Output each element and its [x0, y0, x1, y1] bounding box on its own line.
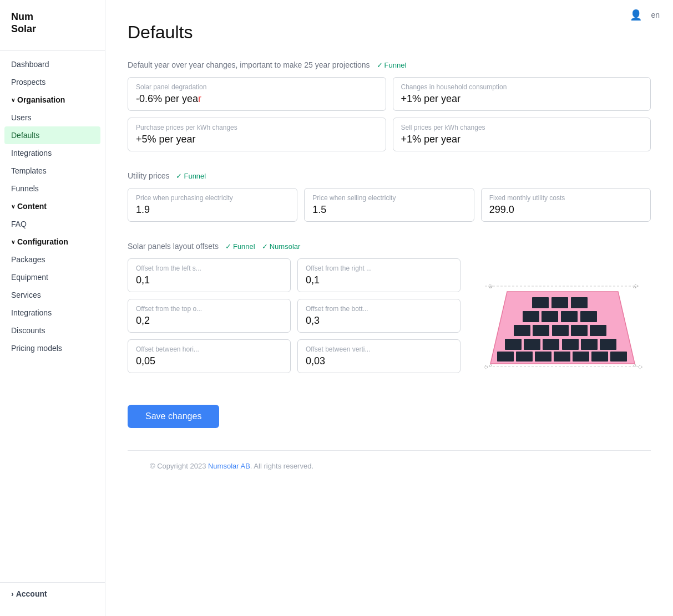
sidebar-section-organisation[interactable]: ∨ Organisation	[0, 91, 105, 109]
sidebar-item-label: Discounts	[11, 326, 45, 335]
language-selector[interactable]: en	[651, 11, 660, 19]
sidebar-section-content[interactable]: ∨ Content	[0, 197, 105, 215]
section-year-changes-label: Default year over year changes, importan…	[128, 60, 370, 69]
field-value: +1% per year	[401, 93, 643, 105]
field-sell-prices[interactable]: Sell prices per kWh changes +1% per year	[393, 118, 651, 151]
field-purchase-electricity[interactable]: Price when purchasing electricity 1.9	[128, 188, 297, 222]
field-household-consumption[interactable]: Changes in household consumption +1% per…	[393, 77, 651, 111]
field-offset-right[interactable]: Offset from the right ... 0,1	[297, 258, 461, 292]
sidebar-item-faq[interactable]: FAQ	[0, 215, 105, 233]
section-year-changes: Default year over year changes, importan…	[128, 60, 651, 151]
field-value: +1% per year	[401, 134, 643, 145]
field-value: 0,3	[306, 315, 452, 327]
footer-brand: Numsolar AB	[208, 462, 250, 470]
svg-rect-15	[533, 325, 549, 336]
field-value: 0,05	[136, 355, 282, 367]
save-button[interactable]: Save changes	[128, 405, 219, 428]
sidebar-section-configuration[interactable]: ∨ Configuration	[0, 233, 105, 251]
user-icon[interactable]: 👤	[630, 9, 642, 21]
chevron-down-icon: ∨	[11, 239, 15, 245]
svg-rect-18	[590, 325, 606, 336]
field-value: 299.0	[489, 204, 642, 216]
sidebar-item-integrations-org[interactable]: Integrations	[0, 144, 105, 162]
sidebar-item-defaults[interactable]: Defaults	[4, 126, 100, 144]
svg-rect-7	[532, 297, 549, 308]
sidebar-item-services[interactable]: Services	[0, 286, 105, 304]
svg-rect-30	[591, 352, 608, 362]
sidebar-item-prospects[interactable]: Prospects	[0, 73, 105, 91]
sidebar-item-equipment[interactable]: Equipment	[0, 268, 105, 286]
check-icon: ✓	[262, 242, 268, 251]
field-offset-verti[interactable]: Offset between verti... 0,03	[297, 339, 461, 373]
field-offset-bottom[interactable]: Offset from the bott... 0,3	[297, 299, 461, 333]
topbar: 👤 en	[616, 0, 673, 30]
svg-rect-17	[571, 325, 588, 336]
section-year-changes-header: Default year over year changes, importan…	[128, 60, 651, 69]
field-label: Price when selling electricity	[312, 194, 465, 202]
section-utility: Utility prices ✓ Funnel Price when purch…	[128, 171, 651, 222]
svg-rect-24	[600, 339, 616, 350]
field-label: Solar panel degradation	[136, 83, 378, 91]
sidebar-item-label: Integrations	[11, 308, 52, 317]
sidebar-item-label: FAQ	[11, 220, 27, 228]
check-icon: ✓	[377, 61, 383, 69]
svg-rect-16	[552, 325, 569, 336]
chevron-down-icon: ∨	[11, 203, 15, 210]
field-label: Changes in household consumption	[401, 83, 643, 91]
chevron-right-icon: ›	[11, 589, 14, 598]
section-label: Content	[17, 202, 47, 211]
section-label: Configuration	[17, 237, 68, 246]
main-content: Defaults Default year over year changes,…	[105, 0, 673, 503]
field-label: Sell prices per kWh changes	[401, 124, 643, 131]
solar-viz-svg	[474, 258, 651, 380]
field-purchase-prices[interactable]: Purchase prices per kWh changes +5% per …	[128, 118, 386, 151]
field-value: 1.9	[136, 204, 289, 216]
sidebar-item-integrations-config[interactable]: Integrations	[0, 304, 105, 322]
sidebar-item-funnels[interactable]: Funnels	[0, 180, 105, 197]
funnel-badge: ✓ Funnel	[176, 172, 206, 180]
section-label: Organisation	[17, 95, 65, 104]
field-value: 0,03	[306, 355, 452, 367]
sidebar-item-packages[interactable]: Packages	[0, 251, 105, 268]
section-utility-label: Utility prices	[128, 171, 169, 180]
sidebar-item-label: Defaults	[11, 131, 39, 140]
svg-rect-9	[571, 297, 588, 308]
field-offset-top[interactable]: Offset from the top o... 0,2	[128, 299, 291, 333]
svg-point-4	[489, 364, 492, 366]
sidebar-item-label: Users	[11, 113, 32, 122]
field-sell-electricity[interactable]: Price when selling electricity 1.5	[304, 188, 474, 222]
footer: © Copyright 2023 Numsolar AB. All rights…	[128, 450, 651, 481]
sidebar-item-label: Prospects	[11, 78, 45, 86]
svg-rect-14	[514, 325, 530, 336]
field-value: 0,1	[136, 274, 282, 286]
sidebar-item-pricing-models[interactable]: Pricing models	[0, 339, 105, 357]
svg-rect-23	[581, 339, 598, 350]
field-label: Price when purchasing electricity	[136, 194, 289, 202]
sidebar-item-dashboard[interactable]: Dashboard	[0, 55, 105, 73]
section-utility-header: Utility prices ✓ Funnel	[128, 171, 651, 180]
svg-point-5	[634, 364, 636, 366]
field-solar-degradation[interactable]: Solar panel degradation -0.6% per year	[128, 77, 386, 111]
sidebar-item-account[interactable]: › Account	[0, 582, 105, 605]
sidebar-item-users[interactable]: Users	[0, 109, 105, 126]
year-changes-fields: Solar panel degradation -0.6% per year C…	[128, 77, 651, 151]
funnel-badge-label: Funnel	[384, 61, 407, 69]
svg-rect-12	[561, 311, 578, 322]
field-label: Offset between verti...	[306, 345, 452, 353]
field-offset-left[interactable]: Offset from the left s... 0,1	[128, 258, 291, 292]
field-offset-hori[interactable]: Offset between hori... 0,05	[128, 339, 291, 373]
offset-layout: Offset from the left s... 0,1 Offset fro…	[128, 258, 651, 380]
svg-point-34	[484, 365, 488, 369]
field-value: +5% per year	[136, 134, 378, 145]
sidebar-item-discounts[interactable]: Discounts	[0, 322, 105, 339]
svg-rect-28	[554, 352, 570, 362]
check-icon: ✓	[176, 172, 182, 180]
section-offsets: Solar panels layout offsets ✓ Funnel ✓ N…	[128, 242, 651, 380]
sidebar-item-label: Services	[11, 291, 41, 299]
sidebar-item-templates[interactable]: Templates	[0, 162, 105, 180]
app-logo: Num Solar	[0, 11, 105, 46]
field-fixed-monthly[interactable]: Fixed monthly utility costs 299.0	[481, 188, 651, 222]
field-label: Offset from the top o...	[136, 305, 282, 313]
sidebar-item-label: Pricing models	[11, 344, 62, 353]
field-value: 0,1	[306, 274, 452, 286]
